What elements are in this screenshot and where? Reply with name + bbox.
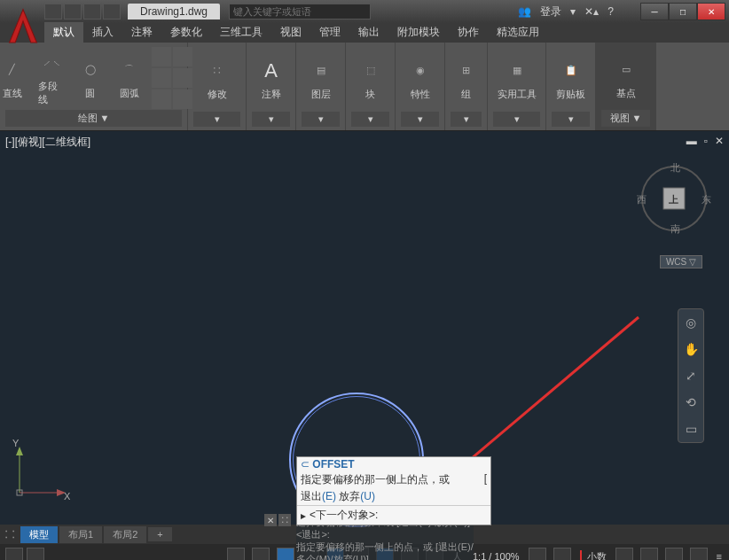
viewport-minimize[interactable]: ▬ [686,135,697,147]
cmdline-drag-icon[interactable]: ⸬ [278,514,291,526]
svg-text:X: X [64,491,71,502]
search-input[interactable] [229,4,371,19]
scale-display[interactable]: 1:1 / 100% [471,551,521,560]
hardware-accel-icon[interactable] [665,548,683,560]
app-logo[interactable] [4,4,43,46]
units-mode[interactable]: 小数 [578,550,608,561]
steering-wheel-icon[interactable]: ◎ [681,313,701,332]
viewcube-east[interactable]: 东 [702,193,711,206]
basepoint-tool[interactable]: ▭基点 [609,55,643,102]
ribbon-tab-1[interactable]: 插入 [83,22,122,43]
tabs-handle-icon[interactable]: ⸬ [5,526,15,542]
modify-panel-dropdown[interactable]: ▾ [193,112,240,127]
showmotion-icon[interactable]: ▭ [681,419,701,439]
arc-tool[interactable]: ⌒圆弧 [113,55,146,102]
draw-panel-title[interactable]: 绘图 ▼ [5,110,182,127]
infer-toggle[interactable] [252,548,270,560]
properties-tool[interactable]: ◉特性 [404,56,437,103]
signin-icon[interactable]: 👥 [518,5,531,18]
ribbon-tab-3[interactable]: 参数化 [161,22,211,43]
draw-misc-3[interactable] [152,68,171,88]
add-layout-tab[interactable]: + [148,527,171,541]
workspace-icon[interactable] [615,548,633,560]
command-prompt-text: 指定要偏移的那一侧上的点，或 [301,473,450,486]
util-panel-dropdown[interactable]: ▾ [493,112,540,127]
navigation-bar: ◎ ✋ ⤢ ⟲ ▭ [678,308,704,443]
viewcube-south[interactable]: 南 [670,222,680,236]
group-tool[interactable]: ⊞组 [450,56,483,103]
viewcube-north[interactable]: 北 [670,161,680,175]
zoom-extents-icon[interactable]: ⤢ [681,366,701,385]
clip-panel-dropdown[interactable]: ▾ [552,112,590,127]
grid-toggle[interactable] [27,548,44,560]
group-panel-dropdown[interactable]: ▾ [451,112,482,127]
viewcube[interactable]: 北 南 东 西 上 [639,163,709,234]
ribbon-tab-5[interactable]: 视图 [271,22,310,43]
ribbon-tab-2[interactable]: 注释 [122,22,161,43]
ribbon-tab-7[interactable]: 输出 [349,22,388,43]
close-button[interactable]: ✕ [697,3,725,20]
utility-tool[interactable]: ▦实用工具 [494,56,540,103]
gear-icon[interactable] [529,548,546,560]
minimize-button[interactable]: ─ [640,3,669,20]
annoscale-icon[interactable] [553,548,571,560]
annotation-tool[interactable]: A注释 [255,56,288,103]
exchange-icon[interactable]: ✕▴ [584,5,599,18]
draw-misc-1[interactable] [152,47,171,66]
command-input-prompt[interactable]: <下一个对象>: [310,508,378,523]
line-tool[interactable]: ╱直线 [0,55,29,102]
login-button[interactable]: 登录 [540,4,561,19]
ribbon-tab-6[interactable]: 管理 [310,22,349,43]
prop-panel-dropdown[interactable]: ▾ [401,112,439,127]
model-tab-0[interactable]: 模型 [20,526,58,543]
maximize-button[interactable]: □ [669,3,697,20]
qat-open-arrow[interactable] [83,4,101,19]
ribbon-tab-9[interactable]: 协作 [449,22,488,43]
cmdline-expand-icon[interactable]: ▸ [301,509,306,522]
model-tab-1[interactable]: 布局1 [59,526,102,543]
ribbon-tab-10[interactable]: 精选应用 [488,22,548,43]
circle-tool[interactable]: ◯圆 [74,55,107,102]
block-tool[interactable]: ⬚块 [354,56,388,103]
viewport-close[interactable]: ✕ [715,135,724,147]
command-name: OFFSET [312,458,354,471]
block-panel-dropdown[interactable]: ▾ [351,112,389,127]
viewcube-top[interactable]: 上 [669,193,678,206]
ortho-toggle[interactable] [277,548,294,560]
annot-panel-dropdown[interactable]: ▾ [252,112,290,127]
ribbon-tab-0[interactable]: 默认 [44,22,83,43]
orbit-icon[interactable]: ⟲ [681,393,701,412]
command-line-handle[interactable]: ✕ ⸬ [264,514,291,526]
layer-panel-dropdown[interactable]: ▾ [302,112,340,127]
ribbon-tab-8[interactable]: 附加模块 [388,22,449,43]
qat-open[interactable] [64,4,82,19]
qat-more[interactable] [103,4,121,19]
wcs-indicator[interactable]: WCS ▽ [660,255,702,268]
view-panel-title[interactable]: 视图 ▼ [601,110,650,127]
command-line[interactable]: ⊂ OFFSET 指定要偏移的那一侧上的点，或 [ 退出(E) 放弃(U) ▸ … [296,456,491,525]
customization-icon[interactable]: ≡ [715,551,724,560]
cleanscreen-icon[interactable] [690,548,708,560]
ribbon-tab-4[interactable]: 三维工具 [211,22,271,43]
login-dropdown[interactable]: ▾ [570,5,576,18]
draw-misc-5[interactable] [152,89,171,109]
viewport-restore[interactable]: ▫ [704,135,708,147]
cmdline-close-icon[interactable]: ✕ [264,514,277,526]
pan-icon[interactable]: ✋ [681,339,701,359]
snap-toggle[interactable] [227,548,245,560]
qat-new[interactable] [44,4,62,19]
isolate-icon[interactable] [640,548,658,560]
clipboard-tool[interactable]: 📋剪贴板 [553,56,589,103]
help-icon[interactable]: ? [608,5,614,18]
file-tab[interactable]: Drawing1.dwg [128,4,220,19]
modify-tool[interactable]: ⸬修改 [200,56,234,103]
model-space-button[interactable] [5,548,23,560]
svg-text:Y: Y [12,439,20,448]
ucs-icon: Y X [11,439,73,505]
viewcube-west[interactable]: 西 [637,193,647,206]
layer-tool[interactable]: ▤图层 [304,56,338,103]
polyline-tool[interactable]: ⟋⟍多段线 [35,48,68,108]
model-tab-2[interactable]: 布局2 [104,526,146,543]
viewport-label[interactable]: [-][俯视][二维线框] [5,135,90,150]
